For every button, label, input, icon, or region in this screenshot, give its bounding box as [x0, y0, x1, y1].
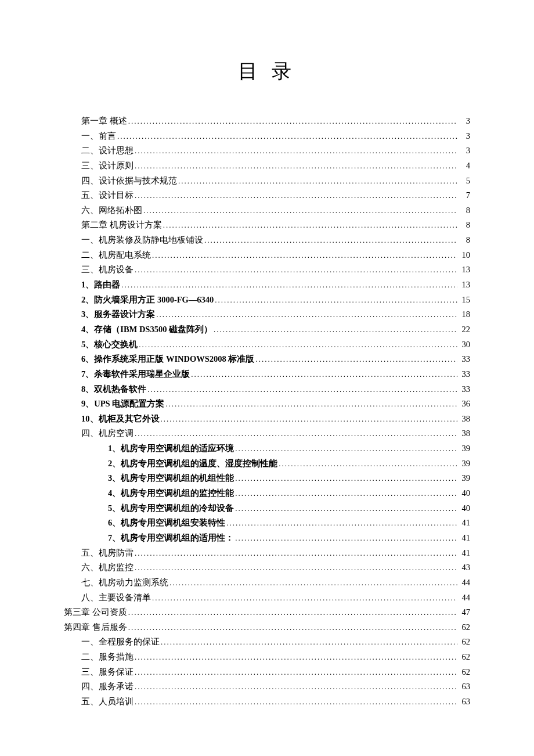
- toc-entry-label: 1、机房专用空调机组的适应环境: [108, 441, 234, 456]
- toc-leader-dots: [214, 322, 457, 337]
- toc-leader-dots: [235, 441, 457, 456]
- toc-entry-label: 五、人员培训: [81, 694, 134, 709]
- toc-entry-page: 33: [459, 367, 470, 381]
- toc-entry-page: 8: [459, 233, 470, 247]
- toc-entry-page: 13: [459, 278, 470, 292]
- toc-entry[interactable]: 3、机房专用空调机组的机组性能39: [64, 471, 470, 485]
- toc-entry[interactable]: 一、前言3: [64, 129, 470, 143]
- toc-entry-label: 9、UPS 电源配置方案: [81, 397, 164, 411]
- toc-entry[interactable]: 1、机房专用空调机组的适应环境39: [64, 441, 470, 456]
- toc-entry-label: 6、机房专用空调机组安装特性: [108, 516, 225, 530]
- toc-entry[interactable]: 二、机房配电系统10: [64, 248, 470, 262]
- toc-leader-dots: [135, 188, 457, 203]
- toc-entry-page: 36: [459, 397, 470, 411]
- toc-entry[interactable]: 一、机房装修及防静电地板铺设8: [64, 233, 470, 247]
- toc-entry[interactable]: 五、机房防雷41: [64, 546, 470, 560]
- toc-entry[interactable]: 4、存储（IBM DS3500 磁盘阵列）22: [64, 322, 470, 337]
- toc-entry[interactable]: 5、机房专用空调机组的冷却设备40: [64, 501, 470, 516]
- toc-entry[interactable]: 3、服务器设计方案18: [64, 307, 470, 322]
- toc-leader-dots: [135, 262, 457, 277]
- toc-entry[interactable]: 八、主要设备清单44: [64, 591, 470, 605]
- toc-entry-page: 39: [459, 441, 470, 456]
- toc-entry[interactable]: 七、机房动力监测系统44: [64, 575, 470, 590]
- toc-entry-label: 3、机房专用空调机组的机组性能: [108, 471, 234, 485]
- toc-entry[interactable]: 二、服务措施62: [64, 650, 470, 664]
- toc-leader-dots: [235, 501, 457, 516]
- toc-entry[interactable]: 六、网络拓朴图8: [64, 203, 470, 218]
- toc-leader-dots: [191, 367, 457, 381]
- toc-entry-label: 五、机房防雷: [81, 546, 134, 560]
- toc-leader-dots: [156, 307, 457, 322]
- toc-entry-label: 三、设计原则: [81, 159, 134, 173]
- toc-entry-page: 41: [459, 546, 470, 560]
- toc-entry-page: 5: [459, 174, 470, 188]
- toc-entry[interactable]: 第一章 概述3: [64, 114, 470, 128]
- toc-entry-page: 47: [459, 605, 470, 620]
- toc-leader-dots: [147, 382, 457, 397]
- toc-entry[interactable]: 6、操作系统采用正版 WINDOWS2008 标准版33: [64, 352, 470, 366]
- toc-entry-label: 5、核心交换机: [81, 337, 138, 352]
- toc-entry-label: 1、路由器: [81, 278, 120, 292]
- toc-entry-label: 第四章 售后服务: [64, 620, 127, 635]
- toc-leader-dots: [165, 397, 457, 411]
- toc-entry[interactable]: 三、服务保证62: [64, 665, 470, 679]
- toc-leader-dots: [128, 620, 457, 635]
- toc-entry-label: 8、双机热备软件: [81, 382, 146, 397]
- toc-entry-label: 6、操作系统采用正版 WINDOWS2008 标准版: [81, 352, 254, 366]
- toc-entry[interactable]: 第四章 售后服务62: [64, 620, 470, 635]
- toc-entry-page: 33: [459, 352, 470, 366]
- toc-entry[interactable]: 四、设计依据与技术规范5: [64, 174, 470, 188]
- toc-leader-dots: [178, 174, 457, 188]
- toc-entry-label: 六、网络拓朴图: [81, 203, 142, 218]
- toc-entry-page: 44: [459, 591, 470, 605]
- toc-entry[interactable]: 五、人员培训63: [64, 694, 470, 709]
- toc-leader-dots: [255, 352, 457, 366]
- toc-entry[interactable]: 10、机柜及其它外设38: [64, 412, 470, 426]
- toc-leader-dots: [235, 486, 457, 501]
- toc-entry[interactable]: 7、机房专用空调机组的适用性：41: [64, 531, 470, 545]
- toc-leader-dots: [135, 650, 457, 664]
- toc-leader-dots: [135, 679, 457, 694]
- toc-leader-dots: [128, 114, 457, 128]
- toc-entry-label: 2、防火墙采用方正 3000-FG—6340: [81, 293, 214, 307]
- toc-entry[interactable]: 三、机房设备13: [64, 262, 470, 277]
- toc-entry[interactable]: 一、全程服务的保证62: [64, 635, 470, 649]
- toc-entry[interactable]: 二、设计思想3: [64, 143, 470, 158]
- toc-leader-dots: [135, 159, 457, 173]
- toc-entry[interactable]: 四、机房空调38: [64, 426, 470, 441]
- toc-entry[interactable]: 4、机房专用空调机组的监控性能40: [64, 486, 470, 501]
- toc-leader-dots: [215, 293, 457, 307]
- toc-leader-dots: [152, 248, 457, 262]
- toc-leader-dots: [135, 694, 457, 709]
- toc-entry[interactable]: 1、路由器13: [64, 278, 470, 292]
- toc-entry[interactable]: 第三章 公司资质47: [64, 605, 470, 620]
- toc-leader-dots: [152, 591, 457, 605]
- toc-entry-label: 二、服务措施: [81, 650, 134, 664]
- toc-entry[interactable]: 四、服务承诺63: [64, 679, 470, 694]
- toc-entry-page: 3: [459, 129, 470, 143]
- toc-entry[interactable]: 7、杀毒软件采用瑞星企业版33: [64, 367, 470, 381]
- toc-entry-label: 第二章 机房设计方案: [81, 218, 162, 232]
- toc-entry[interactable]: 9、UPS 电源配置方案36: [64, 397, 470, 411]
- toc-entry[interactable]: 2、机房专用空调机组的温度、湿度控制性能39: [64, 456, 470, 471]
- toc-entry-page: 62: [459, 620, 470, 635]
- toc-entry-label: 7、杀毒软件采用瑞星企业版: [81, 367, 190, 381]
- toc-entry-label: 4、存储（IBM DS3500 磁盘阵列）: [81, 322, 212, 337]
- toc-entry[interactable]: 第二章 机房设计方案8: [64, 218, 470, 232]
- toc-entry-label: 一、机房装修及防静电地板铺设: [81, 233, 203, 247]
- toc-entry[interactable]: 2、防火墙采用方正 3000-FG—634015: [64, 293, 470, 307]
- toc-entry-label: 三、服务保证: [81, 665, 134, 679]
- toc-entry[interactable]: 8、双机热备软件33: [64, 382, 470, 397]
- toc-entry-page: 63: [459, 694, 470, 709]
- toc-entry[interactable]: 六、机房监控43: [64, 560, 470, 575]
- toc-entry-label: 八、主要设备清单: [81, 591, 151, 605]
- toc-entry[interactable]: 5、核心交换机30: [64, 337, 470, 352]
- toc-leader-dots: [226, 516, 457, 530]
- toc-entry[interactable]: 6、机房专用空调机组安装特性41: [64, 516, 470, 530]
- toc-leader-dots: [135, 143, 457, 158]
- toc-entry[interactable]: 三、设计原则4: [64, 159, 470, 173]
- toc-entry[interactable]: 五、设计目标7: [64, 188, 470, 203]
- toc-entry-label: 四、设计依据与技术规范: [81, 174, 177, 188]
- toc-entry-page: 30: [459, 337, 470, 352]
- toc-entry-label: 第一章 概述: [81, 114, 127, 128]
